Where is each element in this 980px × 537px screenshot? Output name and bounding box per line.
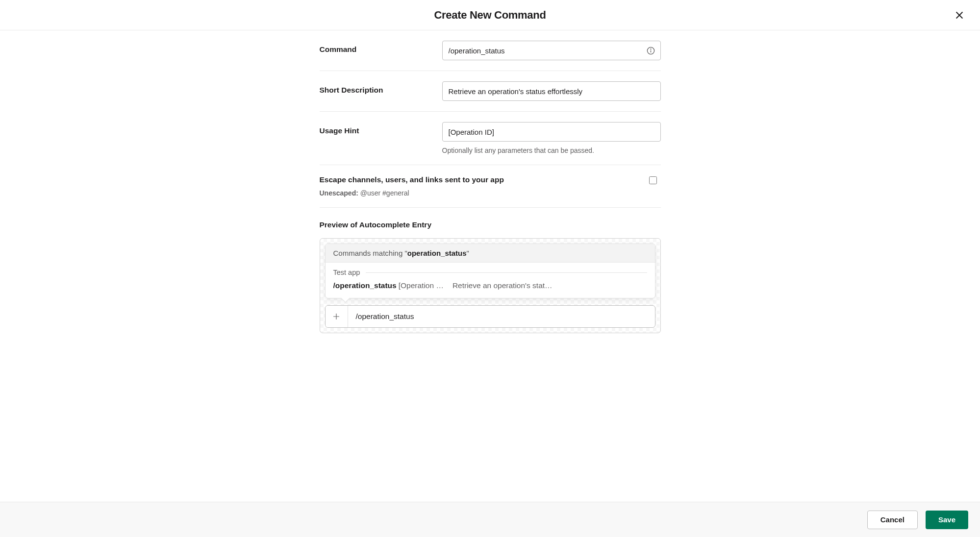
app-name: Test app <box>333 268 360 276</box>
short-description-label: Short Description <box>320 81 442 95</box>
cmd-hint: [Operation … <box>399 281 444 290</box>
escape-subtext: Unescaped: @user #general <box>320 189 649 197</box>
preview-box: Commands matching "operation_status" Tes… <box>320 238 661 333</box>
matching-term: operation_status <box>407 249 467 257</box>
plus-icon <box>332 312 341 321</box>
preview-title: Preview of Autocomplete Entry <box>320 220 661 229</box>
usage-hint-row: Usage Hint Optionally list any parameter… <box>320 112 661 165</box>
app-divider: Test app <box>333 268 647 276</box>
usage-hint-helper: Optionally list any parameters that can … <box>442 146 661 154</box>
form-content: Command Short Description Usage Hint <box>320 30 661 353</box>
close-button[interactable] <box>952 7 967 23</box>
modal-title: Create New Command <box>434 9 546 22</box>
matching-prefix: Commands matching " <box>333 249 407 257</box>
divider-line <box>366 272 647 273</box>
matching-suffix: " <box>467 249 469 257</box>
command-row: Command <box>320 30 661 71</box>
popover-body: Test app /operation_status[Operation … R… <box>326 263 655 298</box>
escape-sub-prefix: Unescaped: <box>320 189 358 197</box>
preview-section: Preview of Autocomplete Entry Commands m… <box>320 208 661 333</box>
short-description-row: Short Description <box>320 71 661 112</box>
usage-hint-input[interactable] <box>442 122 661 142</box>
escape-label: Escape channels, users, and links sent t… <box>320 175 649 184</box>
plus-button[interactable] <box>326 306 348 327</box>
escape-row: Escape channels, users, and links sent t… <box>320 165 661 208</box>
cmd-desc: Retrieve an operation's stat… <box>452 281 647 290</box>
escape-sub-example: @user #general <box>358 189 409 197</box>
autocomplete-popover: Commands matching "operation_status" Tes… <box>325 244 655 298</box>
modal-header: Create New Command <box>0 0 980 30</box>
message-text: /operation_status <box>348 306 655 327</box>
popover-header: Commands matching "operation_status" <box>326 244 655 263</box>
command-label: Command <box>320 41 442 54</box>
svg-point-4 <box>651 49 651 49</box>
message-input-preview: /operation_status <box>325 305 655 328</box>
close-icon <box>954 10 965 21</box>
command-input[interactable] <box>442 41 661 60</box>
usage-hint-label: Usage Hint <box>320 122 442 135</box>
autocomplete-entry: /operation_status[Operation … Retrieve a… <box>333 281 647 290</box>
short-description-input[interactable] <box>442 81 661 101</box>
escape-checkbox[interactable] <box>649 176 657 184</box>
info-icon[interactable] <box>646 46 656 55</box>
cmd-name: /operation_status <box>333 281 397 290</box>
